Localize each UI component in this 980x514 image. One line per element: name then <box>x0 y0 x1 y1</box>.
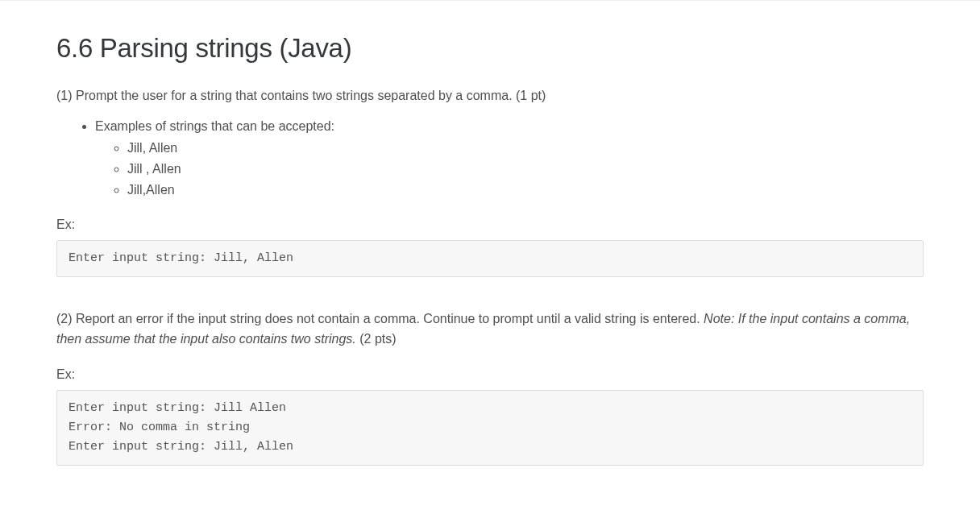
section-1-prompt: (1) Prompt the user for a string that co… <box>56 86 924 106</box>
document-content: 6.6 Parsing strings (Java) (1) Prompt th… <box>0 1 980 490</box>
code-block: Enter input string: Jill Allen Error: No… <box>56 390 924 466</box>
examples-list: Examples of strings that can be accepted… <box>56 116 924 200</box>
examples-label: Examples of strings that can be accepted… <box>95 119 334 133</box>
page-title: 6.6 Parsing strings (Java) <box>56 33 924 64</box>
section-2-text: (2) Report an error if the input string … <box>56 312 704 325</box>
example-label: Ex: <box>56 367 924 382</box>
section-2-prompt: (2) Report an error if the input string … <box>56 309 924 350</box>
list-item: Jill, Allen <box>127 138 924 159</box>
list-item: Jill,Allen <box>127 180 924 201</box>
code-block: Enter input string: Jill, Allen <box>56 240 924 277</box>
section-2-tail: (2 pts) <box>356 332 397 346</box>
examples-sublist: Jill, Allen Jill , Allen Jill,Allen <box>95 138 924 200</box>
list-item: Jill , Allen <box>127 159 924 180</box>
list-item: Examples of strings that can be accepted… <box>95 116 924 200</box>
example-label: Ex: <box>56 218 924 232</box>
